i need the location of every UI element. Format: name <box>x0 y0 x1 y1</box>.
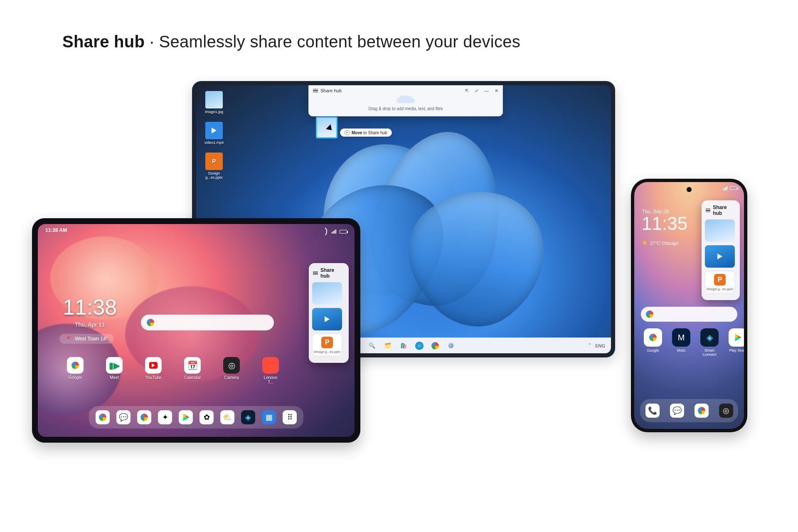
app-label: Google <box>643 348 663 352</box>
dock-camera[interactable]: ◎ <box>719 404 733 418</box>
signal-icon <box>723 186 727 190</box>
dock-chrome[interactable] <box>137 410 151 424</box>
expand-icon[interactable]: ⤢ <box>475 88 478 94</box>
phone-weather[interactable]: ☀️ 27°C Chicago <box>642 240 678 246</box>
dock-photos[interactable]: ✿ <box>200 410 214 424</box>
app-label: Moto <box>672 348 691 352</box>
panel-tile-image[interactable] <box>312 282 342 305</box>
dock-phone[interactable]: 📞 <box>645 404 660 418</box>
cloud-icon <box>399 96 413 103</box>
phone-dock: 📞 💬 ◎ <box>640 399 738 422</box>
menu-icon[interactable] <box>313 89 318 93</box>
file-label: Design g...es.pptx <box>202 171 226 180</box>
dock-chrome[interactable] <box>695 404 709 418</box>
dock-assistant[interactable]: ✦ <box>158 410 172 424</box>
title-subtitle: Seamlessly share content between your de… <box>159 32 521 51</box>
app-label: Calendar <box>182 375 202 380</box>
app-playstore[interactable]: Play Store <box>728 328 744 357</box>
dock-messages[interactable]: 💬 <box>116 410 131 424</box>
menu-icon[interactable] <box>313 271 318 275</box>
app-calendar[interactable]: 📅Calendar <box>182 357 202 384</box>
tablet-screen: 11:38 AM 11:38 Thu, Apr 11 📍 West Town 1… <box>38 224 355 437</box>
video-file-icon <box>205 122 223 139</box>
phone-screen: Thu, Sep 28 11:35 ☀️ 27°C Chicago Share … <box>634 182 744 429</box>
tablet-search-bar[interactable] <box>141 315 274 330</box>
battery-icon <box>340 230 347 234</box>
share-hub-window[interactable]: Share hub ⇱ ⤢ — ✕ Drag & drop to add med… <box>308 85 503 116</box>
google-icon <box>646 310 653 318</box>
phone-weather-text: 27°C Chicago <box>650 241 678 246</box>
dock-google[interactable] <box>96 410 110 424</box>
desktop-file-ppt[interactable]: P Design g...es.pptx <box>202 153 226 180</box>
panel-tile-doc[interactable]: PDesign g...es.pptx <box>705 271 735 293</box>
tablet-share-hub-panel[interactable]: Share hub PDesign g...es.pptx <box>309 263 349 363</box>
edge-icon[interactable] <box>415 342 424 350</box>
app-label: Smart Connect <box>700 348 719 357</box>
plus-icon: + <box>345 130 350 135</box>
search-icon[interactable]: 🔍 <box>368 342 376 350</box>
panel-title: Share hub <box>320 267 345 279</box>
wifi-icon <box>321 227 330 236</box>
app-google[interactable]: Google <box>643 328 663 357</box>
close-icon[interactable]: ✕ <box>495 88 498 94</box>
pin-icon[interactable]: ⇱ <box>465 88 469 94</box>
chevron-up-icon[interactable]: ˄ <box>589 343 591 348</box>
panel-tile-doc[interactable]: PDesign g...es.pptx <box>312 334 342 356</box>
google-icon <box>147 319 154 326</box>
app-camera[interactable]: ◎Camera <box>222 357 241 384</box>
share-hub-titlebar: Share hub <box>313 88 342 93</box>
panel-doc-label: Design g...es.pptx <box>707 287 733 291</box>
app-lenovo[interactable]: Lenovo T... <box>261 357 281 384</box>
dock-playstore[interactable] <box>179 410 193 424</box>
ppt-chip-icon: P <box>714 274 726 286</box>
app-moto[interactable]: MMoto <box>672 328 691 357</box>
desktop-file-video[interactable]: video1.mp4 <box>202 122 226 145</box>
phone-status-bar <box>641 186 737 190</box>
drop-hint-pill: + Move to Share hub <box>340 128 392 137</box>
phone-device: Thu, Sep 28 11:35 ☀️ 27°C Chicago Share … <box>631 179 747 432</box>
desktop-file-image[interactable]: image1.jpg <box>202 91 226 114</box>
app-smartconnect[interactable]: ◈Smart Connect <box>700 328 719 357</box>
panel-title: Share hub <box>713 204 736 216</box>
app-meet[interactable]: ▮▶Meet <box>104 357 124 384</box>
explorer-icon[interactable]: 🗂️ <box>384 342 392 350</box>
store-icon[interactable]: 🛍️ <box>399 342 408 350</box>
dock-smartconnect[interactable]: ◈ <box>241 410 255 424</box>
title-separator: · <box>145 32 159 51</box>
tablet-device: 11:38 AM 11:38 Thu, Apr 11 📍 West Town 1… <box>32 218 360 443</box>
app-youtube[interactable]: YouTube <box>143 357 163 384</box>
tablet-status-bar: 11:38 AM <box>45 227 347 236</box>
chrome-icon[interactable] <box>431 342 439 350</box>
app-label: Meet <box>104 375 124 380</box>
location-icon: 📍 <box>65 336 71 342</box>
status-time: 11:38 AM <box>45 227 67 236</box>
pill-suffix: to Share hub <box>362 131 387 135</box>
dock-apps[interactable]: ⠿ <box>283 410 297 424</box>
settings-icon[interactable]: ⚙️ <box>447 342 455 350</box>
phone-search-bar[interactable] <box>641 307 737 322</box>
dock-messages[interactable]: 💬 <box>670 404 684 418</box>
app-label: Camera <box>222 375 241 380</box>
app-label: Play Store <box>728 348 744 352</box>
dock-weather[interactable]: ⛅ <box>220 410 234 424</box>
panel-tile-image[interactable] <box>705 219 735 242</box>
app-label: Lenovo T... <box>261 375 281 384</box>
dock-files[interactable]: ▦ <box>262 410 276 424</box>
minimize-icon[interactable]: — <box>484 88 489 94</box>
phone-clock-widget: Thu, Sep 28 11:35 <box>642 209 687 233</box>
panel-tile-video[interactable] <box>705 245 735 268</box>
tablet-dock: 💬 ✦ ✿ ⛅ ◈ ▦ ⠿ <box>89 406 303 429</box>
panel-tile-video[interactable] <box>312 308 342 330</box>
menu-icon[interactable] <box>706 209 710 212</box>
phone-share-hub-panel[interactable]: Share hub PDesign g...es.pptx <box>702 200 740 300</box>
title-heading: Share hub <box>62 32 145 51</box>
clock-date: Thu, Apr 11 <box>63 321 117 328</box>
share-hub-title: Share hub <box>320 88 342 93</box>
page-title: Share hub · Seamlessly share content bet… <box>62 32 520 51</box>
tablet-weather-pill[interactable]: 📍 West Town 14° <box>59 334 114 344</box>
share-hub-window-controls: ⇱ ⤢ — ✕ <box>465 88 498 94</box>
app-google[interactable]: Google <box>65 357 85 384</box>
ppt-file-icon: P <box>205 153 223 170</box>
taskbar-language[interactable]: ENG <box>595 343 605 348</box>
file-label: video1.mp4 <box>202 140 226 145</box>
